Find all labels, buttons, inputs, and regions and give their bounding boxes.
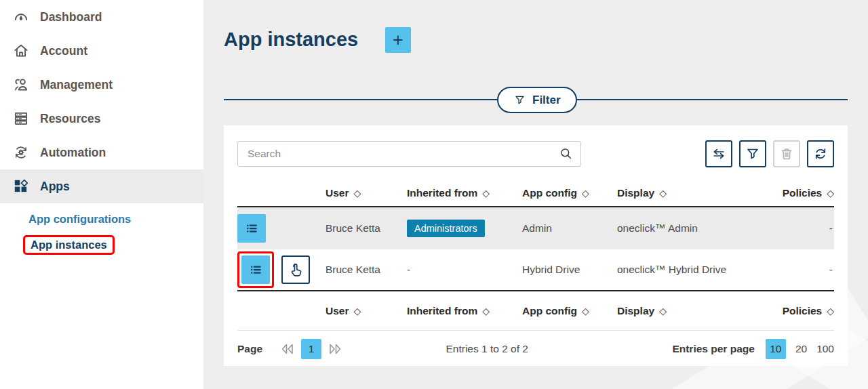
cell-display: oneclick™ Hybrid Drive	[617, 264, 778, 276]
table-footer-header-row: User ◇ Inherited from ◇ App config ◇ Dis…	[237, 291, 834, 331]
row-actions	[237, 214, 326, 243]
first-page-icon[interactable]	[280, 343, 295, 355]
cell-user: Bruce Ketta	[326, 222, 407, 234]
filter-icon	[745, 146, 761, 162]
sort-icon: ◇	[659, 306, 667, 316]
sidebar-item-resources[interactable]: Resources	[0, 102, 203, 136]
cell-policies: -	[778, 222, 834, 234]
row-details-button[interactable]	[241, 255, 270, 284]
list-icon	[243, 220, 260, 237]
filter-toggle-button[interactable]: Filter	[497, 87, 577, 113]
sidebar-item-dashboard[interactable]: Dashboard	[0, 0, 203, 34]
page-number-button[interactable]: 1	[301, 339, 321, 359]
column-header-inherited-from[interactable]: Inherited from ◇	[407, 305, 522, 317]
column-header-display[interactable]: Display ◇	[617, 305, 778, 317]
column-header-display[interactable]: Display ◇	[617, 187, 778, 199]
search-field	[237, 141, 581, 167]
swap-columns-icon	[711, 146, 727, 162]
cell-inherited-from: -	[407, 264, 522, 276]
sort-icon: ◇	[482, 188, 490, 199]
app-instances-card: User ◇ Inherited from ◇ App config ◇ Dis…	[224, 125, 848, 366]
trash-icon	[778, 146, 795, 162]
gauge-icon	[12, 8, 30, 26]
hand-pointer-icon	[287, 261, 304, 279]
entries-status-text: Entries 1 to 2 of 2	[342, 343, 672, 355]
page-navigation: 1	[280, 339, 342, 359]
filter-label: Filter	[532, 94, 561, 107]
plus-icon: +	[393, 30, 403, 51]
column-header-inherited-from[interactable]: Inherited from ◇	[407, 187, 522, 199]
page-label: Page	[237, 343, 262, 355]
apps-icon	[12, 178, 30, 195]
connect-button[interactable]	[281, 255, 310, 284]
search-input[interactable]	[237, 141, 581, 167]
sidebar-item-label: Account	[40, 44, 87, 58]
table-header-row: User ◇ Inherited from ◇ App config ◇ Dis…	[237, 180, 834, 207]
page-size-options: 10 20 100	[766, 339, 834, 359]
app-instances-table: User ◇ Inherited from ◇ App config ◇ Dis…	[237, 180, 834, 331]
cell-policies: -	[778, 264, 834, 276]
last-page-icon[interactable]	[328, 343, 342, 355]
sort-icon: ◇	[659, 188, 667, 199]
cell-display: oneclick™ Admin	[617, 222, 778, 234]
sidebar-item-label: Management	[40, 78, 113, 92]
sidebar-item-account[interactable]: Account	[0, 34, 203, 68]
sidebar-item-label: Apps	[40, 180, 70, 194]
sort-icon: ◇	[582, 306, 589, 316]
add-instance-button[interactable]: +	[385, 27, 411, 53]
cell-user: Bruce Ketta	[326, 264, 407, 276]
table-row: Bruce Ketta - Hybrid Drive oneclick™ Hyb…	[237, 249, 834, 291]
page-size-100[interactable]: 100	[816, 343, 834, 355]
column-header-app-config[interactable]: App config ◇	[522, 187, 617, 199]
sidebar-item-automation[interactable]: Automation	[0, 136, 203, 169]
page-size-10[interactable]: 10	[766, 339, 786, 359]
page-size-20[interactable]: 20	[795, 343, 807, 355]
page-title: App instances	[224, 28, 358, 51]
table-toolbar	[705, 140, 834, 167]
sort-icon: ◇	[353, 188, 361, 199]
annotation-box: App instances	[23, 235, 115, 255]
funnel-icon	[513, 94, 526, 106]
table-row: Bruce Ketta Administrators Admin oneclic…	[237, 207, 834, 249]
column-header-policies[interactable]: Policies ◇	[778, 187, 834, 199]
column-header-policies[interactable]: Policies ◇	[778, 305, 834, 317]
column-header-user[interactable]: User ◇	[326, 187, 407, 199]
sidebar-subitem-label: App instances	[31, 239, 107, 251]
cell-app-config: Admin	[522, 222, 617, 234]
sidebar-subitem-app-instances[interactable]: App instances	[0, 235, 203, 255]
sort-icon: ◇	[353, 306, 361, 316]
row-details-button[interactable]	[237, 214, 266, 243]
sort-icon: ◇	[827, 306, 834, 316]
refresh-icon	[812, 146, 829, 162]
sidebar-item-apps[interactable]: Apps	[0, 169, 203, 203]
automation-icon	[12, 144, 30, 161]
list-icon	[247, 261, 264, 279]
sidebar-subitem-app-configurations[interactable]: App configurations	[0, 213, 203, 226]
sidebar: Dashboard Account Management Resources	[0, 0, 203, 389]
server-icon	[12, 110, 30, 127]
column-header-user[interactable]: User ◇	[326, 305, 407, 317]
search-icon[interactable]	[559, 146, 574, 161]
cell-app-config: Hybrid Drive	[522, 264, 617, 276]
filter-table-button[interactable]	[739, 140, 766, 167]
sidebar-item-label: Automation	[40, 146, 106, 160]
swap-columns-button[interactable]	[705, 140, 732, 167]
cell-inherited-from: Administrators	[407, 220, 522, 237]
annotation-box	[237, 251, 274, 288]
sidebar-item-label: Resources	[40, 112, 101, 126]
users-icon	[12, 76, 30, 94]
sidebar-item-label: Dashboard	[40, 10, 102, 24]
refresh-button[interactable]	[807, 140, 834, 167]
entries-per-page-label: Entries per page	[672, 343, 754, 355]
sidebar-item-management[interactable]: Management	[0, 68, 203, 102]
row-actions	[237, 251, 326, 288]
home-icon	[12, 42, 30, 60]
inherited-from-badge: Administrators	[407, 220, 485, 237]
pagination-bar: Page 1 Entries 1 to 2 of 2 Entries per p…	[237, 332, 834, 366]
delete-button	[773, 140, 800, 167]
column-header-app-config[interactable]: App config ◇	[522, 305, 617, 317]
sort-icon: ◇	[827, 188, 834, 199]
sort-icon: ◇	[482, 306, 490, 316]
sort-icon: ◇	[582, 188, 589, 199]
